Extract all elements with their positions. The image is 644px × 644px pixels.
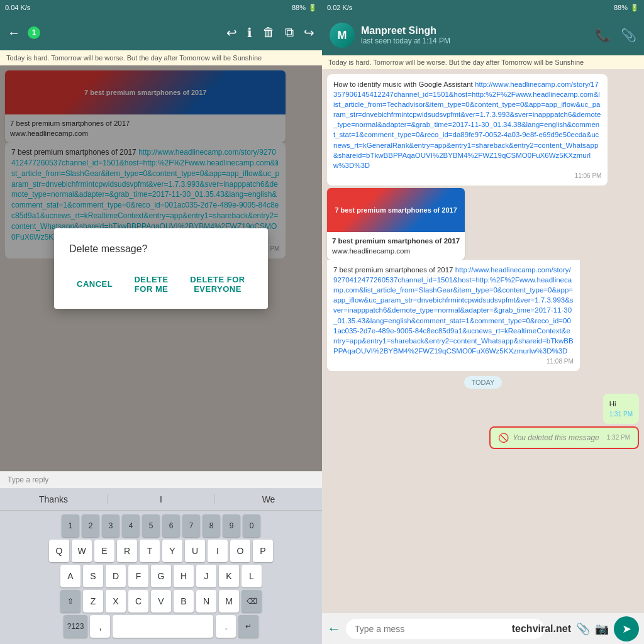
header-right-actions: 📞 📎: [595, 28, 636, 43]
period-key[interactable]: .: [216, 615, 236, 638]
battery-icon-left: 🔋: [308, 4, 317, 12]
contact-info: Manpreet Singh last seen today at 1:14 P…: [361, 25, 589, 45]
key-0[interactable]: 0: [243, 514, 260, 537]
phone-icon[interactable]: 📞: [595, 28, 611, 43]
key-1[interactable]: 1: [62, 514, 79, 537]
key-y[interactable]: Y: [162, 540, 182, 562]
link-preview-img-right: 7 best premium smartphones of 2017: [327, 188, 465, 232]
dialog-actions: CANCEL DELETE FOR ME DELETE FOR EVERYONE: [69, 270, 253, 299]
message-badge: 1: [28, 26, 40, 39]
key-7[interactable]: 7: [182, 514, 200, 537]
right-panel: 0.02 K/s 88% 🔋 M Manpreet Singh last see…: [322, 0, 644, 644]
contact-name: Manpreet Singh: [361, 25, 589, 36]
key-4[interactable]: 4: [122, 514, 140, 537]
deleted-icon: 🚫: [498, 433, 509, 443]
shift-key[interactable]: ⇧: [60, 590, 80, 613]
num-key[interactable]: ?123: [64, 615, 88, 638]
key-p[interactable]: P: [253, 540, 273, 562]
key-2[interactable]: 2: [82, 514, 99, 537]
suggestion-2[interactable]: I: [108, 494, 215, 504]
key-o[interactable]: O: [230, 540, 250, 562]
paperclip-icon[interactable]: 📎: [621, 28, 636, 43]
link-preview-content-right: 7 best premium smartphones of 2017 www.h…: [327, 232, 465, 260]
copy-icon[interactable]: ⧉: [285, 25, 294, 40]
chat-header-left: ← 1 ↩ ℹ 🗑 ⧉ ↪: [0, 15, 322, 50]
key-n[interactable]: N: [196, 590, 216, 613]
asdf-row: A S D F G H J K L: [3, 565, 319, 587]
deleted-message-time: 1:32 PM: [607, 434, 630, 441]
key-q[interactable]: Q: [49, 540, 69, 562]
space-key[interactable]: [113, 615, 213, 638]
msg-url-received-1: http://www.headlinecamp.com/story/173579…: [333, 80, 601, 169]
key-z[interactable]: Z: [83, 590, 103, 613]
key-a[interactable]: A: [60, 565, 80, 587]
key-d[interactable]: D: [106, 565, 126, 587]
key-r[interactable]: R: [117, 540, 137, 562]
key-c[interactable]: C: [128, 590, 148, 613]
back-button-left[interactable]: ←: [8, 26, 20, 40]
deleted-message-container: 🚫 You deleted this message 1:32 PM: [489, 426, 639, 449]
key-k[interactable]: K: [219, 565, 239, 587]
suggestion-3[interactable]: We: [215, 494, 322, 504]
enter-key[interactable]: ↵: [238, 615, 258, 638]
delete-dialog: Delete message? CANCEL DELETE FOR ME DEL…: [54, 228, 268, 309]
key-u[interactable]: U: [185, 540, 205, 562]
key-m[interactable]: M: [219, 590, 239, 613]
header-actions-left: ↩ ℹ 🗑 ⧉ ↪: [226, 25, 314, 40]
key-l[interactable]: L: [242, 565, 262, 587]
msg-time-sent-hi: 1:31 PM: [609, 410, 633, 419]
key-3[interactable]: 3: [102, 514, 119, 537]
link-preview-img-title: 7 best premium smartphones of 2017: [335, 206, 457, 214]
info-icon[interactable]: ℹ: [247, 25, 252, 40]
msg-text-received-1: How to identify music with Google Assist…: [333, 80, 473, 88]
send-button-right[interactable]: ➤: [614, 616, 639, 641]
message-sent-hi: Hi 1:31 PM: [603, 394, 639, 424]
contact-status: last seen today at 1:14 PM: [361, 36, 589, 45]
key-x[interactable]: X: [106, 590, 126, 613]
avatar: M: [330, 23, 355, 48]
key-f[interactable]: F: [128, 565, 148, 587]
marquee-text-left: Today is hard. Tomorrow will be worse. B…: [6, 54, 262, 62]
suggestion-1[interactable]: Thanks: [0, 494, 108, 504]
key-v[interactable]: V: [151, 590, 171, 613]
reply-placeholder-left[interactable]: Type a reply: [8, 475, 48, 484]
key-6[interactable]: 6: [162, 514, 180, 537]
key-i[interactable]: I: [208, 540, 228, 562]
bottom-key-row: ?123 , . ↵: [3, 615, 319, 638]
key-5[interactable]: 5: [142, 514, 160, 537]
backspace-key[interactable]: ⌫: [242, 590, 262, 613]
status-bar-left: 0.04 K/s 88% 🔋: [0, 0, 322, 15]
attachment-btn-right[interactable]: 📎: [576, 622, 590, 636]
delete-for-everyone-button[interactable]: DELETE FOR EVERYONE: [182, 270, 253, 299]
chat-area-left: 7 best premium smartphones of 2017 7 bes…: [0, 65, 322, 471]
reply-icon[interactable]: ↩: [226, 25, 237, 40]
watermark-text: techviral.net: [512, 623, 571, 635]
qwerty-row: Q W E R T Y U I O P: [3, 540, 319, 562]
input-bar-right: ← techviral.net 📎 📷 ➤: [322, 613, 644, 644]
left-panel: 0.04 K/s 88% 🔋 ← 1 ↩ ℹ 🗑 ⧉ ↪ Today is ha…: [0, 0, 322, 644]
delete-dialog-overlay: Delete message? CANCEL DELETE FOR ME DEL…: [0, 65, 322, 471]
key-j[interactable]: J: [196, 565, 216, 587]
message-received-1: How to identify music with Google Assist…: [327, 74, 608, 186]
msg-text-received-2: 7 best premium smartphones of 2017: [333, 266, 453, 274]
message-received-2: 7 best premium smartphones of 2017 http:…: [327, 260, 580, 371]
key-b[interactable]: B: [174, 590, 194, 613]
key-9[interactable]: 9: [223, 514, 240, 537]
dialog-title: Delete message?: [69, 243, 253, 255]
delete-for-me-button[interactable]: DELETE FOR ME: [125, 270, 177, 299]
forward-icon[interactable]: ↪: [304, 25, 314, 40]
battery-left: 88%: [292, 4, 306, 11]
key-h[interactable]: H: [174, 565, 194, 587]
key-g[interactable]: G: [151, 565, 171, 587]
cancel-button[interactable]: CANCEL: [69, 270, 120, 299]
camera-btn-right[interactable]: 📷: [595, 622, 609, 636]
key-w[interactable]: W: [72, 540, 92, 562]
comma-key[interactable]: ,: [90, 615, 110, 638]
link-preview-domain: www.headlinecamp.com: [332, 247, 410, 255]
key-s[interactable]: S: [83, 565, 103, 587]
key-e[interactable]: E: [94, 540, 114, 562]
delete-icon[interactable]: 🗑: [262, 25, 275, 40]
key-8[interactable]: 8: [203, 514, 220, 537]
back-btn-right[interactable]: ←: [327, 621, 341, 637]
key-t[interactable]: T: [140, 540, 160, 562]
